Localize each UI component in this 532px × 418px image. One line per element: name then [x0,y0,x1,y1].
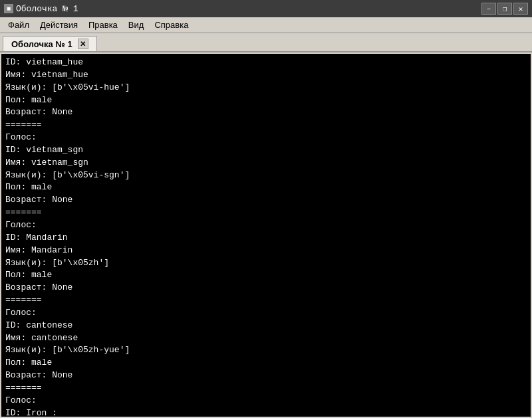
window-controls: – ❐ ✕ [481,3,528,15]
menu-help[interactable]: Справка [149,19,194,31]
title-bar: ■ Оболочка № 1 – ❐ ✕ [0,0,532,17]
menu-view[interactable]: Вид [123,19,150,31]
app-icon: ■ [4,4,13,13]
minimize-button[interactable]: – [481,3,496,15]
terminal-wrapper: ID: vietnam_hue Имя: vietnam_hue Язык(и)… [0,52,532,418]
menu-bar: Файл Действия Правка Вид Справка [0,17,532,33]
tab-shell-1[interactable]: Оболочка № 1 ✕ [3,36,97,51]
menu-actions[interactable]: Действия [35,19,83,31]
menu-edit[interactable]: Правка [83,19,123,31]
close-button[interactable]: ✕ [513,3,528,15]
title-bar-left: ■ Оболочка № 1 [4,4,78,14]
tab-bar: Оболочка № 1 ✕ [0,33,532,52]
window-title: Оболочка № 1 [16,4,78,14]
menu-file[interactable]: Файл [3,19,35,31]
tab-label: Оболочка № 1 [11,39,72,49]
terminal-output[interactable]: ID: vietnam_hue Имя: vietnam_hue Язык(и)… [1,54,531,417]
tab-close-button[interactable]: ✕ [78,39,88,49]
maximize-button[interactable]: ❐ [497,3,512,15]
